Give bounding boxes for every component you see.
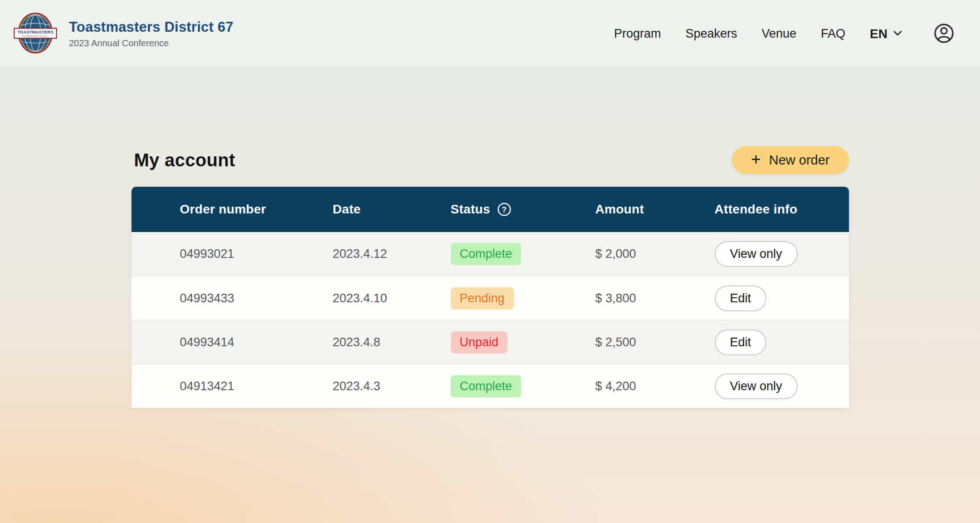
view-only-button[interactable]: View only xyxy=(715,373,798,399)
order-number-cell: 04993021 xyxy=(132,247,333,261)
orders-table: Order number Date Status ? Amount Attend… xyxy=(132,187,849,408)
brand-text: Toastmasters District 67 2023 Annual Con… xyxy=(69,19,234,48)
date-cell: 2023.4.8 xyxy=(333,335,451,349)
main-nav: Program Speakers Venue FAQ EN xyxy=(614,23,955,45)
site-title: Toastmasters District 67 xyxy=(69,19,234,35)
order-number-cell: 04913421 xyxy=(132,379,333,393)
site-header: TOASTMASTERS INTERNATIONAL Toastmasters … xyxy=(0,0,980,68)
order-number-cell: 04993433 xyxy=(132,291,333,305)
status-cell: Unpaid xyxy=(451,331,595,354)
column-header-order-number: Order number xyxy=(132,202,333,217)
content-top: My account + New order xyxy=(132,146,849,174)
status-badge: Pending xyxy=(451,287,514,310)
view-only-button[interactable]: View only xyxy=(715,241,798,267)
table-row: 04993021 2023.4.12 Complete $ 2,000 View… xyxy=(132,232,849,276)
column-header-amount: Amount xyxy=(595,202,715,217)
language-selector[interactable]: EN xyxy=(870,27,902,41)
toastmasters-logo-icon: TOASTMASTERS INTERNATIONAL xyxy=(14,11,57,57)
status-badge: Complete xyxy=(451,375,522,397)
amount-cell: $ 2,500 xyxy=(595,335,715,349)
nav-program[interactable]: Program xyxy=(614,27,661,41)
main-content: My account + New order Order number Date… xyxy=(132,146,849,408)
site-subtitle: 2023 Annual Conference xyxy=(69,38,234,48)
question-mark-icon[interactable]: ? xyxy=(497,202,512,217)
account-button[interactable] xyxy=(933,23,955,45)
action-cell: View only xyxy=(715,373,849,399)
brand: TOASTMASTERS INTERNATIONAL Toastmasters … xyxy=(14,11,234,57)
amount-cell: $ 2,000 xyxy=(595,247,715,261)
table-row: 04993414 2023.4.8 Unpaid $ 2,500 Edit xyxy=(132,320,849,364)
order-number-cell: 04993414 xyxy=(132,335,333,349)
amount-cell: $ 3,800 xyxy=(595,291,715,305)
table-row: 04993433 2023.4.10 Pending $ 3,800 Edit xyxy=(132,276,849,320)
table-header-row: Order number Date Status ? Amount Attend… xyxy=(132,187,849,232)
amount-cell: $ 4,200 xyxy=(595,379,715,393)
action-cell: Edit xyxy=(715,329,849,355)
svg-text:?: ? xyxy=(502,205,507,214)
date-cell: 2023.4.3 xyxy=(333,379,451,393)
chevron-down-icon xyxy=(893,30,902,38)
user-icon xyxy=(933,23,955,45)
status-cell: Pending xyxy=(451,287,595,310)
table-row: 04913421 2023.4.3 Complete $ 4,200 View … xyxy=(132,364,849,408)
action-cell: Edit xyxy=(715,286,849,311)
date-cell: 2023.4.12 xyxy=(333,247,451,261)
column-header-attendee-info: Attendee info xyxy=(715,202,849,217)
nav-faq[interactable]: FAQ xyxy=(821,27,845,41)
page-title: My account xyxy=(132,150,235,170)
edit-button[interactable]: Edit xyxy=(715,329,767,355)
new-order-label: New order xyxy=(769,153,830,168)
column-header-status: Status ? xyxy=(451,202,595,217)
date-cell: 2023.4.10 xyxy=(333,291,451,305)
language-label: EN xyxy=(870,27,887,41)
column-header-date: Date xyxy=(333,202,451,217)
edit-button[interactable]: Edit xyxy=(715,286,767,311)
status-badge: Unpaid xyxy=(451,331,508,354)
new-order-button[interactable]: + New order xyxy=(732,146,848,174)
logo-text-bottom: INTERNATIONAL xyxy=(23,34,49,37)
nav-speakers[interactable]: Speakers xyxy=(685,27,737,41)
nav-venue[interactable]: Venue xyxy=(761,27,796,41)
logo-text-top: TOASTMASTERS xyxy=(17,29,54,34)
action-cell: View only xyxy=(715,241,849,267)
status-cell: Complete xyxy=(451,243,595,265)
status-cell: Complete xyxy=(451,375,595,397)
status-badge: Complete xyxy=(451,243,522,265)
